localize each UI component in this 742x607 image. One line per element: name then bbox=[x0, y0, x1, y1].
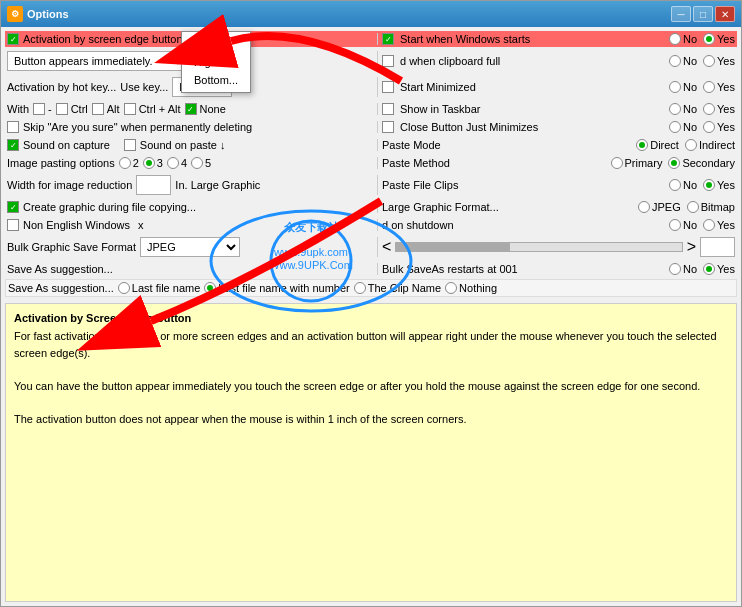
clip-name-btn[interactable] bbox=[354, 282, 366, 294]
close-button[interactable]: ✕ bbox=[715, 6, 735, 22]
minimized-no-btn[interactable] bbox=[669, 81, 681, 93]
img-3-radio[interactable]: 3 bbox=[143, 157, 163, 169]
last-filename-radio[interactable]: Last file name bbox=[118, 282, 200, 294]
paste-direct-btn[interactable] bbox=[636, 139, 648, 151]
help-text: For fast activation, check one or more s… bbox=[14, 328, 728, 427]
lg-bitmap-btn[interactable] bbox=[687, 201, 699, 213]
last-filename-btn[interactable] bbox=[118, 282, 130, 294]
lg-jpeg-radio[interactable]: JPEG bbox=[638, 201, 681, 213]
bulk-yes-radio[interactable]: Yes bbox=[703, 263, 735, 275]
paste-secondary-btn[interactable] bbox=[668, 157, 680, 169]
img-2-radio[interactable]: 2 bbox=[119, 157, 139, 169]
clip-name-radio[interactable]: The Clip Name bbox=[354, 282, 441, 294]
last-number-btn[interactable] bbox=[204, 282, 216, 294]
bulk-no-radio[interactable]: No bbox=[669, 263, 697, 275]
button-appears-select[interactable]: Button appears immediately. bbox=[7, 51, 187, 71]
clipboard-yes-btn[interactable] bbox=[703, 55, 715, 67]
minimized-yes-radio[interactable]: Yes bbox=[703, 81, 735, 93]
screen-edge-checkbox[interactable] bbox=[7, 33, 19, 45]
close-yes-btn[interactable] bbox=[703, 121, 715, 133]
bulk-graphic-select[interactable]: JPEG bbox=[140, 237, 240, 257]
non-english-checkbox[interactable] bbox=[7, 219, 19, 231]
clips-yes-radio[interactable]: Yes bbox=[703, 179, 735, 191]
img-5-radio[interactable]: 5 bbox=[191, 157, 211, 169]
start-yes-radio[interactable]: Yes bbox=[703, 33, 735, 45]
ctrl-checkbox[interactable] bbox=[56, 103, 68, 115]
taskbar-no-btn[interactable] bbox=[669, 103, 681, 115]
width-image-label: Width for image reduction bbox=[7, 179, 132, 191]
img-3-btn[interactable] bbox=[143, 157, 155, 169]
taskbar-no-radio[interactable]: No bbox=[669, 103, 697, 115]
close-minimize-label: Close Button Just Minimizes bbox=[400, 121, 538, 133]
bulk-yes-btn[interactable] bbox=[703, 263, 715, 275]
taskbar-yes-radio[interactable]: Yes bbox=[703, 103, 735, 115]
shutdown-no-radio[interactable]: No bbox=[669, 219, 697, 231]
paste-indirect-btn[interactable] bbox=[685, 139, 697, 151]
start-yes-radio-btn[interactable] bbox=[703, 33, 715, 45]
paste-indirect-radio[interactable]: Indirect bbox=[685, 139, 735, 151]
ctrlalt-checkbox[interactable] bbox=[124, 103, 136, 115]
start-windows-checkbox[interactable] bbox=[382, 33, 394, 45]
minimize-button[interactable]: ─ bbox=[671, 6, 691, 22]
maximize-button[interactable]: □ bbox=[693, 6, 713, 22]
close-minimize-checkbox[interactable] bbox=[382, 121, 394, 133]
shutdown-yes-btn[interactable] bbox=[703, 219, 715, 231]
taskbar-checkbox[interactable] bbox=[382, 103, 394, 115]
ctrl-check[interactable]: Ctrl bbox=[56, 103, 88, 115]
img-2-btn[interactable] bbox=[119, 157, 131, 169]
minimized-yes-btn[interactable] bbox=[703, 81, 715, 93]
bulk-no-btn[interactable] bbox=[669, 263, 681, 275]
clipboard-no-radio[interactable]: No bbox=[669, 55, 697, 67]
minus-check[interactable]: - bbox=[33, 103, 52, 115]
scroll-right-btn[interactable]: > bbox=[687, 238, 696, 256]
close-no-radio[interactable]: No bbox=[669, 121, 697, 133]
paste-primary-btn[interactable] bbox=[611, 157, 623, 169]
minus-checkbox[interactable] bbox=[33, 103, 45, 115]
popup-top[interactable]: Top bbox=[186, 36, 246, 52]
clipboard-no-btn[interactable] bbox=[669, 55, 681, 67]
last-number-radio[interactable]: Last file name with number bbox=[204, 282, 349, 294]
alt-checkbox[interactable] bbox=[92, 103, 104, 115]
close-yes-radio[interactable]: Yes bbox=[703, 121, 735, 133]
img-4-radio[interactable]: 4 bbox=[167, 157, 187, 169]
sound-capture-checkbox[interactable] bbox=[7, 139, 19, 151]
clips-yes-btn[interactable] bbox=[703, 179, 715, 191]
lg-jpeg-btn[interactable] bbox=[638, 201, 650, 213]
clips-no-btn[interactable] bbox=[669, 179, 681, 191]
start-minimized-checkbox[interactable] bbox=[382, 81, 394, 93]
skip-checkbox[interactable] bbox=[7, 121, 19, 133]
paste-secondary-radio[interactable]: Secondary bbox=[668, 157, 735, 169]
shutdown-yes-radio[interactable]: Yes bbox=[703, 219, 735, 231]
scroll-value-input[interactable]: 200 bbox=[700, 237, 735, 257]
paste-direct-radio[interactable]: Direct bbox=[636, 139, 679, 151]
taskbar-yes-btn[interactable] bbox=[703, 103, 715, 115]
help-title: Activation by Screen Edge Button bbox=[14, 312, 728, 324]
alt-check[interactable]: Alt bbox=[92, 103, 120, 115]
clips-no-radio[interactable]: No bbox=[669, 179, 697, 191]
close-no-btn[interactable] bbox=[669, 121, 681, 133]
start-no-radio-btn[interactable] bbox=[669, 33, 681, 45]
none-check[interactable]: None bbox=[185, 103, 226, 115]
popup-bottom[interactable]: Bottom... bbox=[186, 72, 246, 88]
paste-primary-radio[interactable]: Primary bbox=[611, 157, 663, 169]
minimized-no-radio[interactable]: No bbox=[669, 81, 697, 93]
lg-bitmap-radio[interactable]: Bitmap bbox=[687, 201, 735, 213]
shutdown-no-btn[interactable] bbox=[669, 219, 681, 231]
width-image-input[interactable]: 2 bbox=[136, 175, 171, 195]
bulk-saveas-label: Bulk SaveAs restarts at 001 bbox=[382, 263, 518, 275]
clipboard-full-checkbox[interactable] bbox=[382, 55, 394, 67]
nothing-radio[interactable]: Nothing bbox=[445, 282, 497, 294]
ctrlalt-check[interactable]: Ctrl + Alt bbox=[124, 103, 181, 115]
title-bar: ⚙ Options ─ □ ✕ bbox=[1, 1, 741, 27]
scroll-left-btn[interactable]: < bbox=[382, 238, 391, 256]
create-graphic-checkbox[interactable] bbox=[7, 201, 19, 213]
start-no-radio[interactable]: No bbox=[669, 33, 697, 45]
popup-right[interactable]: Right bbox=[186, 54, 246, 70]
none-checkbox[interactable] bbox=[185, 103, 197, 115]
img-4-btn[interactable] bbox=[167, 157, 179, 169]
nothing-btn[interactable] bbox=[445, 282, 457, 294]
sound-paste-checkbox[interactable] bbox=[124, 139, 136, 151]
width-image-unit: In. Large Graphic bbox=[175, 179, 260, 191]
clipboard-yes-radio[interactable]: Yes bbox=[703, 55, 735, 67]
img-5-btn[interactable] bbox=[191, 157, 203, 169]
